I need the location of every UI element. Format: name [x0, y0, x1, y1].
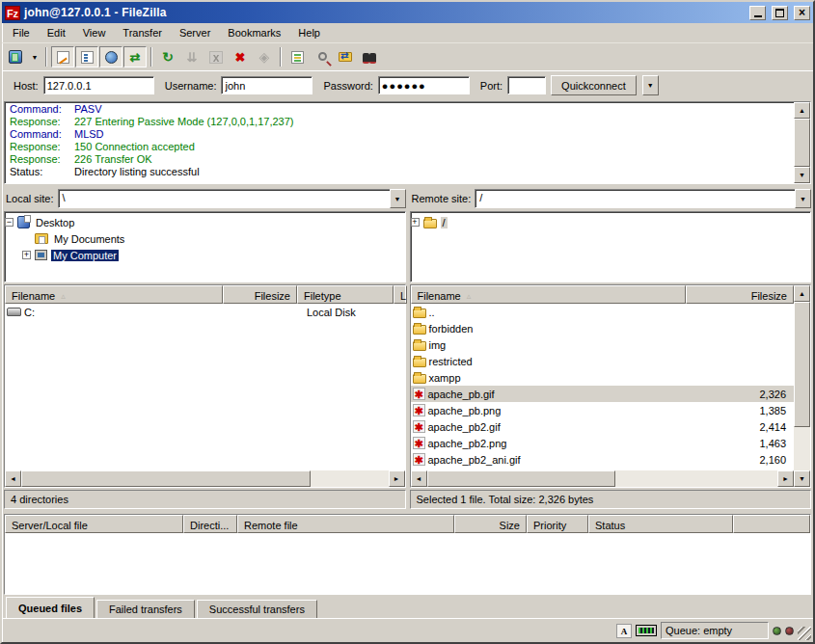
column-header-priority[interactable]: Priority [527, 515, 588, 533]
scrollbar-track[interactable] [794, 427, 810, 470]
password-input[interactable] [378, 76, 470, 94]
menu-server[interactable]: Server [171, 24, 219, 41]
menu-help[interactable]: Help [289, 24, 329, 41]
column-header-filesize[interactable]: Filesize [223, 285, 297, 304]
scroll-left-icon[interactable]: ◄ [411, 470, 427, 487]
tree-item-label[interactable]: Desktop [34, 217, 76, 228]
column-header-filename[interactable]: Filename▵ [411, 285, 686, 304]
file-row[interactable]: xampp [411, 369, 795, 386]
menu-bookmarks[interactable]: Bookmarks [219, 24, 289, 41]
file-row-selected[interactable]: ✱apache_pb.gif2,326 [411, 386, 795, 402]
tree-item-root[interactable]: + / [411, 214, 811, 230]
tree-item-label-selected[interactable]: My Computer [51, 250, 119, 261]
toggle-local-tree-button[interactable] [75, 46, 98, 67]
tab-queued-files[interactable]: Queued files [6, 597, 95, 618]
process-queue-button[interactable]: ⇊ [180, 46, 204, 67]
column-header-filetype[interactable]: Filetype [297, 285, 394, 304]
remote-site-combobox[interactable]: / ▼ [475, 189, 811, 208]
remote-horizontal-scrollbar[interactable]: ◄ ► [411, 470, 795, 487]
refresh-button[interactable]: ↻ [156, 46, 179, 67]
quickconnect-dropdown-button[interactable]: ▼ [642, 75, 659, 95]
titlebar[interactable]: Fz john@127.0.0.1 - FileZilla × [2, 2, 813, 23]
remote-site-dropdown-button[interactable]: ▼ [795, 189, 811, 208]
file-row[interactable]: .. [411, 304, 795, 320]
synchronized-browsing-button[interactable] [334, 46, 357, 67]
host-input[interactable] [43, 76, 154, 94]
menu-file[interactable]: File [4, 24, 39, 41]
message-log[interactable]: Command:PASV Response:227 Entering Passi… [5, 102, 794, 183]
local-site-path[interactable]: \ [58, 189, 390, 208]
minimize-button[interactable] [749, 6, 766, 20]
file-row[interactable]: img [411, 336, 795, 353]
site-manager-button[interactable] [4, 46, 27, 67]
collapse-icon[interactable]: − [5, 218, 14, 227]
toggle-remote-tree-button[interactable] [99, 46, 122, 67]
expand-icon[interactable]: + [22, 251, 31, 259]
tree-item-my-documents[interactable]: My Documents [5, 230, 405, 247]
tree-item-desktop[interactable]: − Desktop [5, 214, 405, 230]
menu-transfer[interactable]: Transfer [114, 24, 171, 41]
column-header-status[interactable]: Status [588, 515, 733, 533]
column-header-direction[interactable]: Directi... [183, 515, 237, 533]
local-site-dropdown-button[interactable]: ▼ [390, 189, 406, 208]
scrollbar-thumb[interactable] [21, 470, 311, 487]
tab-successful-transfers[interactable]: Successful transfers [197, 600, 317, 618]
scroll-right-icon[interactable]: ► [777, 470, 794, 487]
column-header-last-modified[interactable]: L [394, 285, 407, 304]
column-header-size[interactable]: Size [454, 515, 527, 533]
toggle-transfer-queue-button[interactable]: ⇄ [123, 46, 147, 67]
menu-view[interactable]: View [74, 24, 115, 41]
file-row[interactable]: ✱apache_pb2.png1,463 [411, 435, 795, 451]
remote-list-body[interactable]: .. forbidden img restricted xampp ✱apach… [411, 304, 795, 470]
log-vertical-scrollbar[interactable]: ▲ ▼ [794, 102, 810, 183]
tab-failed-transfers[interactable]: Failed transfers [96, 600, 195, 618]
file-row[interactable]: restricted [411, 353, 795, 369]
queue-body[interactable] [5, 533, 810, 594]
menu-edit[interactable]: Edit [39, 24, 74, 41]
column-header-remote-file[interactable]: Remote file [237, 515, 454, 533]
local-list-body[interactable]: C: Local Disk [5, 304, 405, 470]
port-input[interactable] [507, 76, 546, 94]
scrollbar-thumb[interactable] [427, 470, 615, 487]
tree-item-label[interactable]: My Documents [52, 233, 126, 245]
username-input[interactable] [221, 76, 312, 94]
column-header-filesize[interactable]: Filesize [686, 285, 795, 304]
scroll-down-icon[interactable]: ▼ [794, 167, 810, 183]
find-files-button[interactable] [358, 46, 381, 67]
site-manager-dropdown-button[interactable]: ▼ [28, 46, 41, 67]
file-row[interactable]: ✱apache_pb2.gif2,414 [411, 418, 795, 435]
quickconnect-button[interactable]: Quickconnect [551, 75, 637, 95]
scroll-up-icon[interactable]: ▲ [794, 102, 810, 119]
reconnect-button[interactable]: ◈ [253, 46, 276, 67]
filename-filters-button[interactable] [310, 46, 333, 67]
scroll-up-icon[interactable]: ▲ [794, 285, 810, 302]
remote-vertical-scrollbar[interactable]: ▲ ▼ [794, 285, 810, 487]
scrollbar-track[interactable] [311, 470, 389, 487]
tree-item-label-selected[interactable]: / [441, 217, 448, 228]
file-row-c-drive[interactable]: C: Local Disk [5, 304, 405, 320]
toggle-message-log-button[interactable] [51, 46, 74, 67]
local-site-combobox[interactable]: \ ▼ [58, 189, 406, 208]
directory-comparison-button[interactable] [285, 46, 309, 67]
file-row[interactable]: ✱apache_pb.png1,385 [411, 402, 795, 418]
column-header-filename[interactable]: Filename▵ [5, 285, 223, 304]
tree-item-my-computer[interactable]: + My Computer [5, 247, 405, 263]
remote-tree[interactable]: + / [410, 211, 812, 282]
disconnect-button[interactable]: ✖ [229, 46, 252, 67]
file-row[interactable]: forbidden [411, 320, 795, 336]
scroll-right-icon[interactable]: ► [389, 470, 405, 487]
scrollbar-thumb[interactable] [794, 119, 810, 167]
cancel-operation-button[interactable]: x [204, 46, 228, 67]
scroll-down-icon[interactable]: ▼ [794, 470, 810, 487]
column-header-server-local-file[interactable]: Server/Local file [5, 515, 183, 533]
scrollbar-thumb[interactable] [794, 302, 810, 427]
local-horizontal-scrollbar[interactable]: ◄ ► [5, 470, 405, 487]
scroll-left-icon[interactable]: ◄ [5, 470, 21, 487]
expand-icon[interactable]: + [411, 218, 420, 227]
maximize-button[interactable] [772, 6, 788, 20]
speed-limit-icon[interactable] [636, 625, 657, 636]
file-row[interactable]: ✱apache_pb2_ani.gif2,160 [411, 451, 795, 468]
local-tree[interactable]: − Desktop My Documents + My Computer [4, 211, 406, 282]
scrollbar-track[interactable] [615, 470, 778, 487]
remote-site-path[interactable]: / [475, 189, 795, 208]
